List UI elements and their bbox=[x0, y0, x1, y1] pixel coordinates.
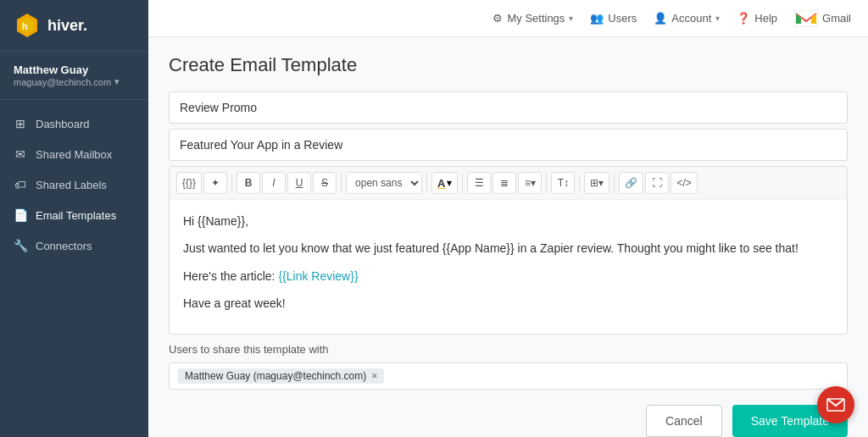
sidebar-item-label: Shared Labels bbox=[36, 179, 107, 191]
editor-body[interactable]: Hi {{Name}}, Just wanted to let you know… bbox=[170, 200, 847, 334]
sidebar-item-email-templates[interactable]: 📄 Email Templates bbox=[0, 200, 148, 230]
page-content-area: Create Email Template {{}} ✦ B I U S ope… bbox=[148, 37, 868, 437]
underline-button[interactable]: U bbox=[287, 172, 311, 194]
sidebar-nav: ⊞ Dashboard ✉ Shared Mailbox 🏷 Shared La… bbox=[0, 100, 148, 437]
editor-line-3: Here's the article: {{Link Review}} bbox=[183, 267, 833, 285]
topnav-account-label: Account bbox=[671, 12, 711, 25]
settings-caret: ▾ bbox=[569, 14, 573, 23]
review-link[interactable]: {{Link Review}} bbox=[278, 269, 358, 283]
bold-button[interactable]: B bbox=[236, 172, 260, 194]
mailbox-icon: ✉ bbox=[14, 147, 27, 161]
sidebar-item-label: Email Templates bbox=[36, 209, 116, 222]
form-actions: Cancel Save Template bbox=[169, 405, 848, 437]
topnav: ⚙ My Settings ▾ 👥 Users 👤 Account ▾ ❓ He… bbox=[148, 0, 868, 37]
link-button[interactable]: 🔗 bbox=[619, 172, 643, 194]
main-content: ⚙ My Settings ▾ 👥 Users 👤 Account ▾ ❓ He… bbox=[148, 0, 868, 437]
template-name-input[interactable] bbox=[169, 91, 848, 124]
share-label: Users to share this template with bbox=[169, 343, 848, 356]
toolbar-divider-4 bbox=[462, 174, 463, 191]
share-tag: Matthew Guay (maguay@techinch.com) × bbox=[178, 368, 384, 384]
sidebar-user-email[interactable]: maguay@techinch.com ▾ bbox=[14, 76, 135, 87]
font-size-button[interactable]: T↕ bbox=[551, 172, 575, 194]
toolbar-divider-3 bbox=[426, 174, 427, 191]
toolbar-divider-5 bbox=[546, 174, 547, 191]
page-title: Create Email Template bbox=[169, 54, 848, 76]
gmail-fab-icon bbox=[826, 398, 845, 412]
templates-icon: 📄 bbox=[14, 208, 27, 222]
editor-line-4: Have a great week! bbox=[183, 294, 833, 313]
settings-icon: ⚙ bbox=[492, 12, 503, 25]
editor-toolbar: {{}} ✦ B I U S open sans Arial Georgia A… bbox=[170, 167, 847, 200]
account-icon: 👤 bbox=[654, 12, 667, 25]
toolbar-divider-6 bbox=[579, 174, 580, 191]
align-button[interactable]: ≡▾ bbox=[518, 172, 542, 194]
font-selector[interactable]: open sans Arial Georgia bbox=[346, 172, 422, 194]
topnav-settings[interactable]: ⚙ My Settings ▾ bbox=[492, 12, 573, 25]
sidebar-item-shared-mailbox[interactable]: ✉ Shared Mailbox bbox=[0, 139, 148, 169]
svg-text:h: h bbox=[22, 21, 28, 31]
color-a-icon: A bbox=[437, 177, 445, 190]
format-button[interactable]: ✦ bbox=[203, 172, 227, 194]
email-editor: {{}} ✦ B I U S open sans Arial Georgia A… bbox=[169, 166, 848, 335]
sidebar-item-shared-labels[interactable]: 🏷 Shared Labels bbox=[0, 169, 148, 200]
topnav-help[interactable]: ❓ Help bbox=[737, 12, 777, 25]
variables-button[interactable]: {{}} bbox=[176, 172, 202, 194]
strikethrough-button[interactable]: S bbox=[313, 172, 337, 194]
topnav-gmail[interactable]: Gmail bbox=[794, 10, 851, 27]
connectors-icon: 🔧 bbox=[14, 239, 27, 252]
sidebar-user-name: Matthew Guay bbox=[14, 64, 135, 76]
sidebar-item-label: Dashboard bbox=[36, 118, 90, 130]
template-subject-input[interactable] bbox=[169, 129, 848, 161]
unordered-list-button[interactable]: ☰ bbox=[467, 172, 491, 194]
toolbar-divider-1 bbox=[231, 174, 232, 191]
sidebar-item-dashboard[interactable]: ⊞ Dashboard bbox=[0, 108, 148, 139]
user-menu-caret: ▾ bbox=[114, 76, 120, 87]
sidebar-logo-text: hiver. bbox=[47, 17, 87, 35]
source-button[interactable]: </> bbox=[670, 172, 697, 194]
share-input[interactable]: Matthew Guay (maguay@techinch.com) × bbox=[169, 362, 848, 390]
toolbar-divider-7 bbox=[614, 174, 615, 191]
ordered-list-button[interactable]: ≣ bbox=[492, 172, 516, 194]
sidebar: h hiver. Matthew Guay maguay@techinch.co… bbox=[0, 0, 148, 437]
editor-line-1: Hi {{Name}}, bbox=[183, 212, 833, 230]
sidebar-item-label: Shared Mailbox bbox=[36, 148, 112, 161]
table-button[interactable]: ⊞▾ bbox=[584, 172, 609, 194]
toolbar-divider-2 bbox=[341, 174, 342, 191]
dashboard-icon: ⊞ bbox=[14, 117, 27, 130]
topnav-gmail-label: Gmail bbox=[822, 12, 851, 25]
share-tag-close[interactable]: × bbox=[371, 370, 377, 382]
topnav-users-label: Users bbox=[608, 12, 637, 25]
topnav-settings-label: My Settings bbox=[507, 12, 565, 25]
color-caret: ▾ bbox=[447, 177, 452, 189]
editor-line-2: Just wanted to let you know that we just… bbox=[183, 239, 833, 257]
fullscreen-button[interactable]: ⛶ bbox=[645, 172, 669, 194]
account-caret: ▾ bbox=[715, 14, 720, 23]
users-icon: 👥 bbox=[590, 12, 604, 25]
cancel-button[interactable]: Cancel bbox=[646, 405, 722, 437]
hiver-logo-icon: h bbox=[14, 12, 41, 39]
sidebar-item-label: Connectors bbox=[36, 240, 92, 252]
topnav-account[interactable]: 👤 Account ▾ bbox=[654, 12, 720, 25]
italic-button[interactable]: I bbox=[262, 172, 286, 194]
sidebar-user: Matthew Guay maguay@techinch.com ▾ bbox=[0, 52, 148, 100]
labels-icon: 🏷 bbox=[14, 178, 27, 191]
help-icon: ❓ bbox=[737, 12, 750, 25]
gmail-logo-icon bbox=[794, 10, 818, 27]
gmail-fab[interactable] bbox=[817, 386, 854, 423]
topnav-help-label: Help bbox=[754, 12, 777, 25]
share-tag-label: Matthew Guay (maguay@techinch.com) bbox=[185, 370, 366, 382]
font-color-button[interactable]: A ▾ bbox=[431, 172, 458, 194]
sidebar-item-connectors[interactable]: 🔧 Connectors bbox=[0, 230, 148, 261]
topnav-users[interactable]: 👥 Users bbox=[590, 12, 637, 25]
sidebar-logo[interactable]: h hiver. bbox=[0, 0, 148, 52]
